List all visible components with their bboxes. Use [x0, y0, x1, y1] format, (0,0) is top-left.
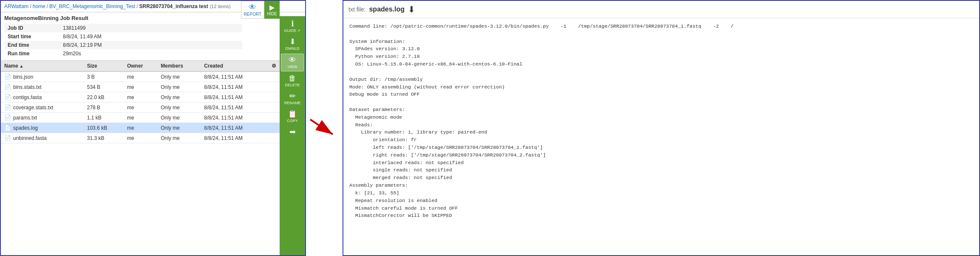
- file-actions-cell: [268, 123, 280, 133]
- file-owner-cell: me: [124, 133, 157, 143]
- file-created-cell: 8/8/24, 11:51 AM: [201, 92, 268, 102]
- file-name-cell: 📄params.txt: [1, 113, 84, 122]
- file-name-text: bins.stats.txt: [13, 84, 42, 90]
- file-icon: 📄: [4, 94, 11, 100]
- file-actions-cell: [268, 113, 280, 123]
- col-owner[interactable]: Owner: [124, 61, 157, 71]
- job-detail-value: 8/8/24, 11:49 AM: [59, 32, 242, 41]
- breadcrumb-current: SRR28073704_influenza test: [139, 3, 208, 9]
- job-detail-label: Run time: [4, 49, 59, 58]
- guide-button[interactable]: ℹ GUIDE ↗: [281, 18, 304, 35]
- table-row[interactable]: 📄unbinned.fasta31.3 kBmeOnly me8/8/24, 1…: [1, 133, 280, 143]
- file-name-cell: 📄coverage.stats.txt: [1, 102, 84, 112]
- toolbar: ℹ GUIDE ↗ ⬇ DWNLD 👁 VIEW 🗑 DELETE ✏ RENA…: [280, 16, 305, 255]
- left-panel: ARWattam / home / BV_BRC_Metagenomic_Bin…: [0, 0, 306, 256]
- file-created-cell: 8/8/24, 11:51 AM: [201, 82, 268, 92]
- view-label: VIEW: [287, 65, 297, 69]
- download-label: DWNLD: [286, 46, 300, 51]
- file-owner-cell: me: [124, 71, 157, 82]
- file-actions-cell: [268, 82, 280, 92]
- file-size-cell: 31.3 kB: [84, 133, 124, 143]
- view-icon: 👁: [289, 56, 296, 64]
- breadcrumb-sep1: /: [30, 3, 31, 9]
- report-button[interactable]: 👁 REPORT: [241, 1, 265, 19]
- file-created-cell: 8/8/24, 11:51 AM: [201, 123, 268, 133]
- file-icon: 📄: [4, 135, 11, 141]
- file-created-cell: 8/8/24, 11:51 AM: [201, 102, 268, 113]
- file-size-cell: 3 B: [84, 71, 124, 82]
- breadcrumb: ARWattam / home / BV_BRC_Metagenomic_Bin…: [1, 1, 305, 12]
- breadcrumb-folder2[interactable]: BV_BRC_Metagenomic_Binning_Test: [49, 3, 135, 9]
- file-actions-cell: [268, 133, 280, 143]
- rename-button[interactable]: ✏ RENAME: [281, 90, 304, 107]
- file-name-text: params.txt: [13, 115, 37, 121]
- col-name[interactable]: Name: [1, 61, 84, 71]
- table-row[interactable]: 📄contigs.fasta22.0 kBmeOnly me8/8/24, 11…: [1, 92, 280, 102]
- col-actions: ⚙: [268, 61, 280, 71]
- delete-icon: 🗑: [289, 74, 296, 82]
- file-icon: 📄: [4, 114, 11, 121]
- job-detail-label: Job ID: [4, 24, 59, 32]
- file-name-cell: 📄bins.json: [1, 72, 84, 82]
- file-size-cell: 103.6 kB: [84, 123, 124, 133]
- svg-line-1: [310, 119, 333, 134]
- download-button[interactable]: ⬇ DWNLD: [281, 36, 304, 53]
- report-icon: 👁: [249, 3, 256, 12]
- table-row[interactable]: 📄coverage.stats.txt278 BmeOnly me8/8/24,…: [1, 102, 280, 113]
- file-table-container[interactable]: Name Size Owner Members Created ⚙ 📄bins.…: [1, 60, 280, 255]
- file-name-text: coverage.stats.txt: [13, 105, 53, 111]
- file-owner-cell: me: [124, 82, 157, 92]
- file-name-text: unbinned.fasta: [13, 135, 47, 141]
- breadcrumb-sep3: /: [136, 3, 138, 9]
- copy-label: COPY: [287, 119, 298, 123]
- file-download-icon[interactable]: ⬇: [408, 4, 415, 14]
- file-name-cell: 📄contigs.fasta: [1, 92, 84, 102]
- hide-button[interactable]: ▶ HIDE: [264, 1, 280, 19]
- file-size-cell: 534 B: [84, 82, 124, 92]
- job-detail-label: End time: [4, 41, 59, 49]
- hide-label: HIDE: [267, 11, 277, 16]
- file-type-label: txt file:: [348, 6, 365, 13]
- table-row[interactable]: 📄bins.json3 BmeOnly me8/8/24, 11:51 AM: [1, 71, 280, 82]
- next-button[interactable]: ➡: [281, 126, 304, 139]
- report-label: REPORT: [244, 12, 262, 17]
- file-owner-cell: me: [124, 113, 157, 123]
- job-detail-value: 13811499: [59, 24, 242, 32]
- col-created[interactable]: Created: [201, 61, 268, 71]
- file-name-text: bins.json: [13, 74, 33, 80]
- table-row[interactable]: 📄params.txt1.1 kBmeOnly me8/8/24, 11:51 …: [1, 113, 280, 123]
- file-actions-cell: [268, 71, 280, 82]
- table-row[interactable]: 📄bins.stats.txt534 BmeOnly me8/8/24, 11:…: [1, 82, 280, 92]
- file-members-cell: Only me: [157, 82, 201, 92]
- file-name-text: spades.log: [13, 125, 38, 131]
- col-size[interactable]: Size: [84, 61, 124, 71]
- col-members[interactable]: Members: [157, 61, 201, 71]
- file-name-text: contigs.fasta: [13, 94, 42, 100]
- file-owner-cell: me: [124, 102, 157, 113]
- job-detail-value: 8/8/24, 12:19 PM: [59, 41, 242, 49]
- table-row[interactable]: 📄spades.log103.6 kBmeOnly me8/8/24, 11:5…: [1, 123, 280, 133]
- arrow-area: [306, 0, 340, 256]
- file-icon: 📄: [4, 104, 11, 111]
- file-members-cell: Only me: [157, 113, 201, 123]
- delete-label: DELETE: [285, 83, 300, 87]
- file-table: Name Size Owner Members Created ⚙ 📄bins.…: [1, 61, 280, 143]
- file-members-cell: Only me: [157, 133, 201, 143]
- arrow-icon: [308, 117, 338, 139]
- copy-icon: 📋: [288, 110, 297, 118]
- download-icon: ⬇: [289, 38, 296, 46]
- file-name-cell: 📄bins.stats.txt: [1, 82, 84, 92]
- job-info: MetagenomeBinning Job Result Job ID13811…: [1, 12, 305, 60]
- next-icon: ➡: [289, 128, 296, 136]
- file-members-cell: Only me: [157, 71, 201, 82]
- breadcrumb-item-count: (12 items): [210, 4, 231, 9]
- breadcrumb-sep2: /: [47, 3, 48, 9]
- delete-button[interactable]: 🗑 DELETE: [281, 72, 304, 89]
- guide-label: GUIDE ↗: [284, 28, 300, 33]
- copy-button[interactable]: 📋 COPY: [281, 108, 304, 125]
- view-button[interactable]: 👁 VIEW: [281, 54, 304, 71]
- breadcrumb-home[interactable]: ARWattam: [4, 3, 28, 9]
- right-panel: txt file: spades.log ⬇ Command line: /op…: [343, 0, 980, 256]
- file-name-cell: 📄unbinned.fasta: [1, 133, 84, 143]
- breadcrumb-folder1[interactable]: home: [33, 3, 45, 9]
